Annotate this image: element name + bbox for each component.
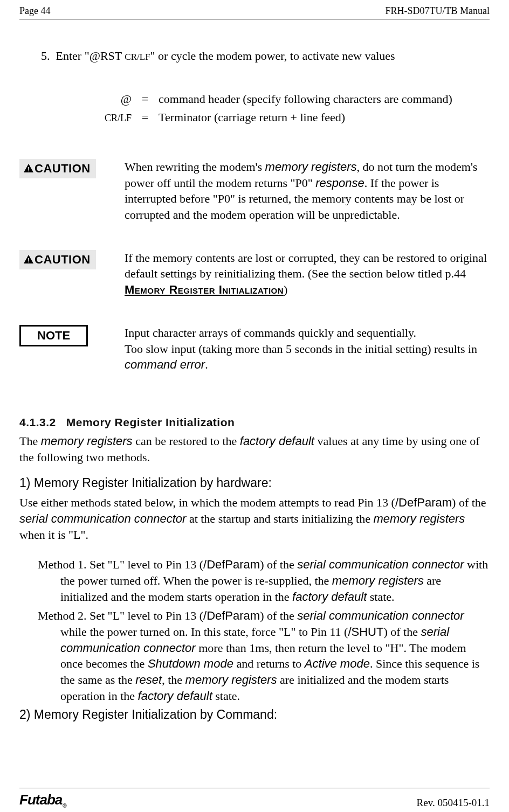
note-line1: Input character arrays of commands quick…: [125, 326, 416, 339]
note-line2c: .: [205, 358, 208, 371]
cmd-crlf-key: CR/LF: [105, 113, 132, 123]
svg-text:!: !: [27, 257, 30, 263]
c2-link: Memory Register Initialization: [125, 283, 284, 296]
subheading-2: 2) Memory Register Initialization by Com…: [19, 707, 490, 722]
section-intro: The memory registers can be restored to …: [19, 433, 490, 465]
s1-a: Use either methods stated below, in whic…: [19, 496, 395, 509]
brand-name: Futaba: [19, 792, 62, 808]
m2-c: ) of the: [260, 609, 297, 622]
c2-t2: ): [284, 283, 287, 296]
m1-label: Method 1.: [38, 558, 90, 571]
caution-badge: ! CAUTION: [19, 159, 96, 178]
m2-r: factory default: [138, 689, 212, 703]
intro-c: can be restored to the: [133, 434, 240, 448]
note-badge: NOTE: [19, 325, 88, 346]
m2-f: /SHUT: [348, 625, 383, 639]
step5-text-a: Enter ": [56, 49, 90, 63]
m1-d: serial communication connector: [297, 558, 464, 571]
intro-d: factory default: [240, 434, 314, 448]
m2-k: and returns to: [233, 657, 305, 670]
m2-a: Set "L" level to Pin 13 (: [90, 609, 203, 622]
c1-t2: memory registers: [265, 160, 357, 173]
m2-label: Method 2.: [38, 609, 90, 622]
warning-icon: !: [24, 162, 33, 176]
caution-2: ! CAUTION If the memory contents are los…: [19, 250, 490, 298]
c2-t1: If the memory contents are lost or corru…: [125, 251, 487, 281]
step5-crlf: CR/LF: [125, 52, 150, 62]
caution-badge: ! CAUTION: [19, 250, 96, 269]
c1-t1: When rewriting the modem's: [125, 160, 265, 173]
registered-mark: ®: [63, 803, 66, 809]
warning-icon: !: [24, 253, 33, 267]
brand-logo: Futaba®: [19, 792, 66, 809]
step5-text-b: " or cycle the modem power, to activate …: [150, 49, 395, 63]
m1-i: state.: [367, 590, 394, 603]
note-line2b: command error: [125, 358, 205, 371]
s1-c: ) of the: [452, 496, 486, 509]
method-2: Method 2. Set "L" level to Pin 13 (/DefP…: [38, 608, 490, 704]
doc-title: FRH-SD07TU/TB Manual: [386, 5, 490, 17]
s1-f: memory registers: [373, 512, 465, 525]
note-line2a: Too slow input (taking more than 5 secon…: [125, 342, 477, 356]
s1-d: serial communication connector: [19, 512, 186, 525]
m2-j: Shutdown mode: [148, 657, 233, 670]
step5-rst: @RST: [90, 49, 125, 63]
method-1: Method 1. Set "L" level to Pin 13 (/DefP…: [38, 557, 490, 605]
step-5: 5. Enter "@RST CR/LF" or cycle the modem…: [41, 49, 490, 63]
m1-c: ) of the: [260, 558, 297, 571]
cmd-crlf-val: Terminator (carriage return + line feed): [154, 108, 457, 127]
m1-h: factory default: [292, 590, 367, 603]
command-definitions: @ = command header (specify following ch…: [19, 90, 457, 127]
m2-o: , the: [162, 673, 185, 686]
cmd-at-key: @: [121, 92, 132, 106]
section-number: 4.1.3.2: [19, 416, 56, 428]
caution-1: ! CAUTION When rewriting the modem's mem…: [19, 159, 490, 223]
section-heading: 4.1.3.2 Memory Register Initialization: [19, 416, 490, 429]
m2-l: Active mode: [305, 657, 370, 670]
cmd-at-eq: =: [136, 90, 154, 108]
caution-label: CAUTION: [35, 162, 91, 175]
s1-b: /DefParam: [395, 496, 452, 509]
m2-n: reset: [135, 673, 162, 686]
section-title: Memory Register Initialization: [66, 416, 235, 428]
m2-g: ) of the: [383, 625, 421, 639]
top-rule: [19, 19, 490, 19]
note-block: NOTE Input character arrays of commands …: [19, 325, 490, 373]
m1-f: memory registers: [332, 574, 424, 587]
intro-b: memory registers: [41, 434, 133, 448]
m2-p: memory registers: [185, 673, 277, 686]
m2-e: while the power turned on. In this state…: [60, 625, 348, 639]
subheading-1: 1) Memory Register Initialization by har…: [19, 476, 490, 490]
m1-b: /DefParam: [203, 558, 260, 571]
revision: Rev. 050415-01.1: [417, 797, 490, 809]
sub1-paragraph: Use either methods stated below, in whic…: [19, 495, 490, 543]
intro-a: The: [19, 434, 41, 448]
step-number: 5.: [41, 49, 50, 63]
s1-g: when it is "L".: [19, 528, 88, 542]
m1-a: Set "L" level to Pin 13 (: [90, 558, 203, 571]
cmd-crlf-eq: =: [136, 108, 154, 127]
m2-b: /DefParam: [203, 609, 260, 622]
footer: Futaba® Rev. 050415-01.1: [19, 788, 490, 812]
c1-t4: response: [315, 176, 364, 190]
svg-text:!: !: [27, 166, 30, 172]
m2-d: serial communication connector: [297, 609, 464, 622]
note-label: NOTE: [37, 329, 70, 342]
m2-s: state.: [212, 689, 240, 703]
s1-e: at the startup and starts initializing t…: [186, 512, 373, 525]
caution-label: CAUTION: [35, 253, 91, 266]
page-number-label: Page 44: [19, 5, 51, 17]
cmd-at-val: command header (specify following charac…: [154, 90, 457, 108]
methods: Method 1. Set "L" level to Pin 13 (/DefP…: [38, 557, 490, 704]
